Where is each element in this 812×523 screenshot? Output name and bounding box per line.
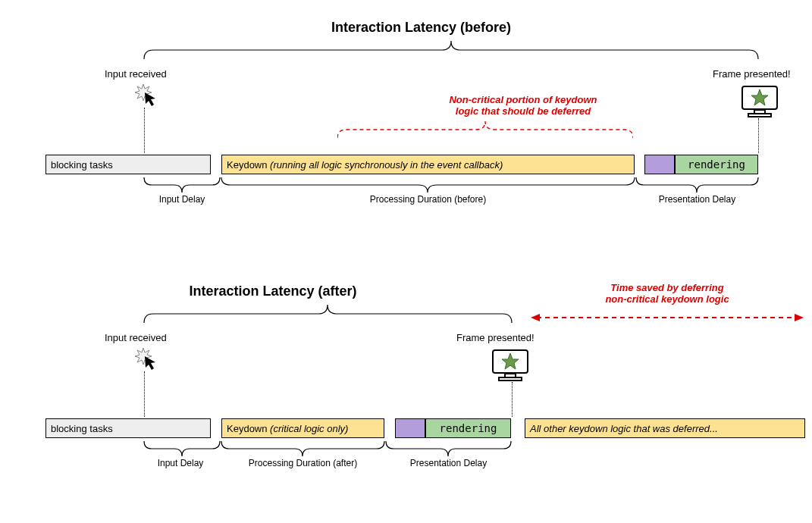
- frame-dotted-after: [512, 382, 513, 417]
- noncritical-note: Non-critical portion of keydown logic th…: [417, 94, 629, 117]
- label-processing-after: Processing Duration (after): [221, 458, 384, 468]
- monitor-star-icon: [491, 349, 529, 384]
- brace-input-delay-before: [144, 177, 220, 194]
- noncritical-line2: logic that should be deferred: [456, 105, 591, 117]
- bar-purple-before: [644, 155, 675, 174]
- keydown-detail-after: (critical logic only): [270, 423, 348, 434]
- brace-presentation-after: [386, 441, 511, 458]
- title-before: Interaction Latency (before): [15, 20, 812, 36]
- label-presentation-before: Presentation Delay: [636, 194, 758, 205]
- svg-rect-11: [499, 377, 522, 381]
- bar-keydown-before: Keydown (running all logic synchronously…: [221, 155, 635, 174]
- bar-keydown-after: Keydown (critical logic only): [221, 418, 384, 438]
- label-frame-presented-before: Frame presented!: [713, 68, 791, 80]
- bar-blocking-before: blocking tasks: [45, 155, 211, 174]
- brace-input-delay-after: [144, 441, 220, 458]
- timesaved-note: Time saved by deferring non-critical key…: [576, 282, 758, 305]
- svg-marker-7: [795, 314, 804, 321]
- bar-rendering-after: rendering: [425, 418, 511, 438]
- brace-after-top: [144, 305, 512, 324]
- keydown-label-after: Keydown: [227, 423, 267, 434]
- noncritical-line1: Non-critical portion of keydown: [449, 94, 597, 105]
- brace-processing-after: [221, 441, 384, 458]
- monitor-star-icon: [741, 85, 779, 120]
- svg-marker-6: [531, 314, 540, 321]
- label-input-received-before: Input received: [105, 68, 167, 80]
- bar-rendering-before: rendering: [675, 155, 758, 174]
- latency-diagram: Interaction Latency (before) Input recei…: [15, 15, 797, 523]
- cursor-click-icon: [133, 346, 160, 373]
- label-frame-presented-after: Frame presented!: [456, 332, 535, 343]
- label-processing-before: Processing Duration (before): [221, 194, 635, 205]
- red-double-arrow: [531, 311, 804, 324]
- title-after: Interaction Latency (after): [38, 283, 508, 299]
- label-input-delay-after: Input Delay: [127, 458, 234, 468]
- label-input-delay-before: Input Delay: [144, 194, 220, 205]
- bar-purple-after: [395, 418, 425, 438]
- timesaved-line1: Time saved by deferring: [610, 282, 723, 293]
- bar-deferred-after: All other keydown logic that was deferre…: [525, 418, 805, 438]
- brace-before-top: [144, 41, 758, 61]
- label-input-received-after: Input received: [105, 332, 167, 343]
- label-presentation-after: Presentation Delay: [386, 458, 511, 468]
- svg-rect-3: [748, 114, 771, 117]
- cursor-click-icon: [133, 82, 160, 109]
- brace-processing-before: [221, 177, 635, 194]
- timesaved-line2: non-critical keydown logic: [605, 293, 729, 305]
- input-dotted-before: [144, 108, 145, 153]
- keydown-label-before: Keydown: [227, 159, 267, 171]
- input-dotted-after: [144, 371, 145, 417]
- red-dashed-brace-before: [337, 121, 633, 139]
- frame-dotted-before: [758, 118, 759, 153]
- keydown-detail-before: (running all logic synchronously in the …: [270, 159, 503, 171]
- bar-blocking-after: blocking tasks: [45, 418, 211, 438]
- brace-presentation-before: [636, 177, 758, 194]
